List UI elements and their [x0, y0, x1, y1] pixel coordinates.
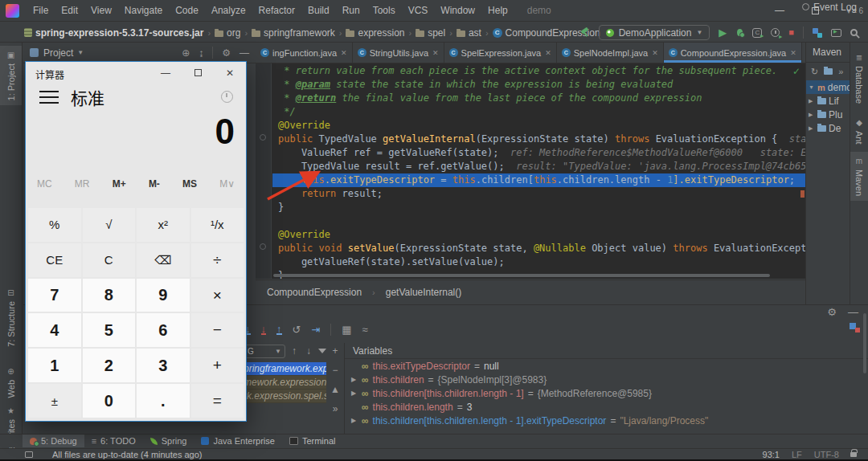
maven-tree-node[interactable]: ▶De [806, 121, 850, 135]
editor-gutter[interactable] [256, 63, 272, 279]
breadcrumb-item[interactable]: springframework [252, 27, 335, 39]
hide-panel-icon[interactable]: — [240, 47, 249, 59]
expand-arrow-icon[interactable]: ▶ [809, 112, 815, 118]
search-everywhere-icon[interactable] [850, 29, 858, 36]
calc-key-8[interactable]: 8 [83, 279, 136, 312]
calc-key-6[interactable]: 6 [137, 313, 190, 347]
stack-frame-row[interactable]: mework.expression. [242, 376, 326, 390]
profiler-button[interactable] [771, 28, 780, 37]
breadcrumb-item[interactable]: spring-expression-5.3.17-sources.jar [24, 27, 203, 39]
coverage-button[interactable]: C [752, 28, 762, 38]
variable-row[interactable]: ▶∞this.children[this.children.length - 1… [345, 386, 868, 400]
memory-button-m+[interactable]: M+ [113, 178, 126, 190]
variable-row[interactable]: ▶∞this.children={SpelNodeImpl[3]@5983} [345, 373, 868, 386]
calc-key-−[interactable]: − [191, 313, 244, 347]
run-window-icon[interactable] [831, 29, 841, 37]
variable-row[interactable]: ∞this.children.length=3 [345, 400, 868, 414]
tool-strip-item-ant[interactable]: ◆Ant [850, 113, 868, 149]
tool-strip-item-web[interactable]: ⊕Web [0, 362, 22, 402]
refresh-icon[interactable]: ↻ [811, 67, 818, 77]
calc-key-.[interactable]: . [137, 384, 190, 418]
collapse-icon[interactable]: » [333, 403, 338, 414]
history-icon[interactable] [221, 91, 233, 103]
gear-icon[interactable]: ⚙ [827, 306, 837, 318]
menu-code[interactable]: Code [169, 5, 205, 16]
drop-frame-icon[interactable]: ↺ [293, 324, 301, 335]
tool-strip-item-database[interactable]: ≣Database [850, 48, 868, 108]
build-hammer-icon[interactable] [579, 27, 590, 38]
collapse-arrow-icon[interactable]: ▼ [809, 84, 815, 90]
run-to-cursor-icon[interactable]: ⇥ [311, 324, 320, 335]
close-tab-icon[interactable]: ✕ [432, 49, 439, 57]
close-tab-icon[interactable]: ✕ [652, 49, 658, 57]
gear-icon[interactable]: ⚙ [222, 47, 231, 59]
tool-strip-item-project[interactable]: ▣1: Project [0, 46, 22, 105]
frame-down-icon[interactable]: ↓ [306, 345, 311, 357]
calc-key-0[interactable]: 0 [83, 384, 136, 418]
calc-maximize-icon[interactable] [182, 62, 214, 84]
menu-vcs[interactable]: VCS [402, 5, 435, 16]
calculator-title-bar[interactable]: 计算器 — ✕ [26, 62, 246, 84]
calc-key-4[interactable]: 4 [28, 313, 81, 347]
minimize-icon[interactable]: — [762, 0, 797, 22]
event-log-button[interactable]: Event Log [802, 0, 857, 14]
menu-window[interactable]: Window [434, 5, 481, 16]
close-tab-icon[interactable]: ✕ [545, 49, 551, 57]
filter-icon[interactable] [318, 349, 326, 353]
calc-key-1[interactable]: 1 [28, 349, 81, 382]
tool-window-button-terminal[interactable]: Terminal [282, 434, 343, 447]
debug-button[interactable] [735, 28, 743, 37]
restore-layout-icon[interactable] [850, 323, 860, 332]
project-structure-icon[interactable] [813, 28, 822, 38]
calc-key-5[interactable]: 5 [83, 313, 136, 347]
move-up-icon[interactable]: ▲ [330, 384, 340, 395]
tool-window-button-todo-list[interactable]: ≡6: TODO [84, 434, 143, 447]
menu-edit[interactable]: Edit [55, 5, 84, 16]
calc-key-¹/x[interactable]: ¹/x [191, 208, 244, 242]
breadcrumb-item[interactable]: CompoundExpression [267, 287, 362, 298]
line-separator[interactable]: LF [792, 450, 802, 459]
calc-key-+[interactable]: + [191, 349, 244, 382]
mute-breakpoints-icon[interactable]: ≈ [362, 324, 368, 335]
menu-refactor[interactable]: Refactor [252, 5, 301, 16]
menu-tools[interactable]: Tools [366, 5, 402, 16]
override-marker-icon[interactable] [260, 243, 266, 250]
menu-file[interactable]: File [27, 5, 55, 16]
inspections-ok-icon[interactable]: ✓ [792, 65, 800, 79]
breadcrumb-item[interactable]: getValueInternal() [386, 287, 462, 298]
code-area[interactable]: * return value from each piece is the ac… [272, 64, 805, 279]
calc-key-⌫[interactable]: ⌫ [137, 243, 190, 277]
expand-arrow-icon[interactable]: ▶ [809, 125, 815, 132]
editor-tab-active[interactable]: CCompoundExpression.java✕ [664, 43, 802, 63]
error-stripe-mark[interactable] [800, 190, 805, 198]
caret-position[interactable]: 93:1 [763, 450, 780, 459]
breadcrumb-item[interactable]: ast [457, 27, 481, 39]
calc-key-%[interactable]: % [28, 208, 81, 242]
variable-row[interactable]: ∞this.exitTypeDescriptor=null [345, 359, 868, 373]
breadcrumb-item[interactable]: org [215, 27, 240, 39]
run-settings-folder-icon[interactable] [824, 68, 833, 75]
calc-key-÷[interactable]: ÷ [191, 243, 244, 277]
tool-window-button-debug-bug[interactable]: 5: Debug [23, 434, 84, 447]
expand-arrow-icon[interactable]: ▶ [350, 390, 358, 397]
collapse-all-icon[interactable]: ↨ [199, 47, 203, 59]
calc-key-2[interactable]: 2 [83, 349, 136, 382]
maven-tree-node[interactable]: ▶Plu [806, 108, 850, 121]
tool-strip-item-structure[interactable]: ⊟7: Structure [0, 284, 22, 352]
calc-key-±[interactable]: ± [28, 384, 81, 418]
expand-arrow-icon[interactable]: ▶ [350, 417, 358, 424]
evaluate-expression-icon[interactable]: ▦ [342, 324, 351, 335]
calc-minimize-icon[interactable]: — [149, 62, 182, 84]
editor-tab[interactable]: CingFunction.java✕ [256, 43, 353, 63]
calc-close-icon[interactable]: ✕ [214, 62, 246, 84]
run-button[interactable]: ▶ [719, 27, 727, 38]
calc-key-x²[interactable]: x² [137, 208, 190, 242]
remove-watch-icon[interactable]: − [332, 365, 338, 376]
stop-button[interactable]: ■ [788, 27, 794, 38]
run-configuration-selector[interactable]: DemoApplication ▼ [599, 25, 710, 40]
tool-strip-item-maven[interactable]: mMaven [850, 152, 868, 201]
calc-key-C[interactable]: C [83, 243, 136, 277]
lock-icon[interactable] [850, 452, 857, 457]
chevron-down-icon[interactable]: ▼ [77, 49, 84, 56]
menu-navigate[interactable]: Navigate [118, 5, 169, 16]
